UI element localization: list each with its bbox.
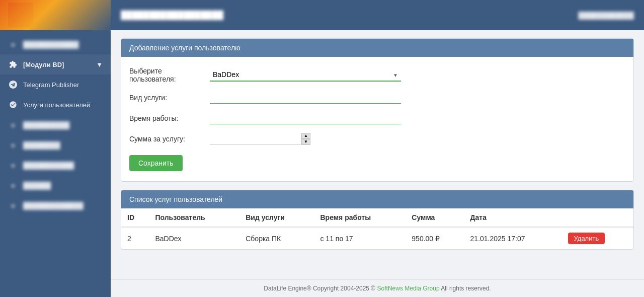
service-type-input[interactable] — [210, 91, 401, 104]
sum-input-wrapper: ▲ ▼ — [210, 132, 310, 145]
placeholder-icon6: ● — [8, 200, 18, 210]
placeholder-icon: ● — [8, 39, 18, 49]
sidebar-item-blurred2[interactable]: ● ██████████ — [0, 115, 111, 135]
table-header-row: ID Пользователь Вид услуги Время работы … — [121, 208, 633, 227]
sidebar-logo — [0, 0, 111, 30]
placeholder-icon2: ● — [8, 120, 18, 130]
list-card-header: Список услуг пользователей — [121, 190, 633, 208]
footer-company-link[interactable]: SoftNews Media Group — [377, 285, 441, 292]
sum-label: Сумма за услугу: — [129, 135, 210, 143]
list-card: Список услуг пользователей ID Пользовате… — [121, 190, 634, 250]
table-head: ID Пользователь Вид услуги Время работы … — [121, 208, 633, 227]
topbar: ██████████████████ ████████████ — [111, 0, 644, 30]
cell-id: 2 — [121, 227, 149, 249]
sum-increment-button[interactable]: ▲ — [301, 133, 310, 139]
sum-decrement-button[interactable]: ▼ — [301, 139, 310, 145]
col-actions — [562, 208, 633, 227]
placeholder-icon4: ● — [8, 160, 18, 170]
table-row: 2 BaDDex Сборка ПК с 11 по 17 950.00 ₽ 2… — [121, 227, 633, 249]
cell-date: 21.01.2025 17:07 — [464, 227, 562, 249]
cell-delete: Удалить — [562, 227, 633, 249]
sidebar-item-blurred3[interactable]: ● ████████ — [0, 135, 111, 155]
col-sum: Сумма — [406, 208, 464, 227]
save-button[interactable]: Сохранить — [129, 155, 183, 171]
sidebar: ● ████████████ [Модули BD] ▼ Telegram Pu… — [0, 0, 111, 297]
table-body: 2 BaDDex Сборка ПК с 11 по 17 950.00 ₽ 2… — [121, 227, 633, 249]
cell-user: BaDDex — [149, 227, 239, 249]
service-type-label: Вид услуги: — [129, 94, 210, 102]
user-select-label: Выберите пользователя: — [129, 67, 210, 83]
footer-text-pre: DataLife Engine® Copyright 2004-2025 © — [264, 285, 375, 292]
service-type-row: Вид услуги: — [129, 91, 625, 104]
placeholder-icon5: ● — [8, 180, 18, 190]
work-time-row: Время работы: — [129, 112, 625, 124]
work-time-input[interactable] — [210, 112, 401, 124]
delete-button[interactable]: Удалить — [568, 233, 605, 244]
chevron-down-icon: ▼ — [96, 61, 103, 68]
topbar-user: ████████████ — [578, 12, 634, 19]
footer-company: SoftNews Media Group — [377, 285, 440, 292]
sum-row: Сумма за услугу: ▲ ▼ — [129, 132, 625, 145]
sum-spinners: ▲ ▼ — [301, 133, 310, 145]
footer-text-post: All rights reserved. — [441, 285, 491, 292]
placeholder-icon3: ● — [8, 140, 18, 150]
cell-work-time: с 11 по 17 — [314, 227, 406, 249]
puzzle-icon — [8, 59, 18, 69]
main-area: ██████████████████ ████████████ Добавлен… — [111, 0, 644, 297]
sidebar-item-telegram-publisher[interactable]: Telegram Publisher — [0, 75, 111, 95]
sidebar-item-user-services[interactable]: Услуги пользователей — [0, 95, 111, 115]
work-time-label: Время работы: — [129, 114, 210, 122]
add-service-card: Добавление услуги пользователю Выберите … — [121, 38, 634, 182]
footer: DataLife Engine® Copyright 2004-2025 © S… — [111, 279, 644, 297]
col-work-time: Время работы — [314, 208, 406, 227]
col-date: Дата — [464, 208, 562, 227]
add-service-card-header: Добавление услуги пользователю — [121, 39, 633, 57]
sidebar-item-blurred1[interactable]: ● ████████████ — [0, 34, 111, 54]
cell-service-type: Сборка ПК — [239, 227, 314, 249]
content-area: Добавление услуги пользователю Выберите … — [111, 30, 644, 279]
col-id: ID — [121, 208, 149, 227]
sidebar-item-modules-bd[interactable]: [Модули BD] ▼ — [0, 54, 111, 75]
topbar-title: ██████████████████ — [121, 11, 223, 20]
logo-image — [8, 3, 33, 28]
col-user: Пользователь — [149, 208, 239, 227]
sidebar-item-blurred6[interactable]: ● █████████████ — [0, 195, 111, 215]
sidebar-item-user-services-label: Услуги пользователей — [23, 101, 90, 109]
sidebar-menu: ● ████████████ [Модули BD] ▼ Telegram Pu… — [0, 30, 111, 297]
user-select-row: Выберите пользователя: BaDDex — [129, 67, 625, 83]
sidebar-item-blurred5[interactable]: ● ██████ — [0, 175, 111, 195]
cell-sum: 950.00 ₽ — [406, 227, 464, 249]
add-service-card-body: Выберите пользователя: BaDDex Вид услуги… — [121, 57, 633, 181]
list-card-body: ID Пользователь Вид услуги Время работы … — [121, 208, 633, 249]
user-select-wrapper: BaDDex — [210, 68, 401, 82]
telegram-icon — [8, 80, 18, 90]
check-circle-icon — [8, 100, 18, 110]
sidebar-item-telegram-publisher-label: Telegram Publisher — [23, 81, 79, 89]
services-table: ID Пользователь Вид услуги Время работы … — [121, 208, 633, 249]
topbar-right: ████████████ — [578, 12, 634, 19]
user-select[interactable]: BaDDex — [210, 68, 401, 82]
col-service-type: Вид услуги — [239, 208, 314, 227]
sum-input[interactable] — [210, 132, 300, 145]
sidebar-item-blurred4[interactable]: ● ███████████ — [0, 155, 111, 175]
sidebar-item-modules-bd-label: [Модули BD] — [23, 61, 64, 68]
